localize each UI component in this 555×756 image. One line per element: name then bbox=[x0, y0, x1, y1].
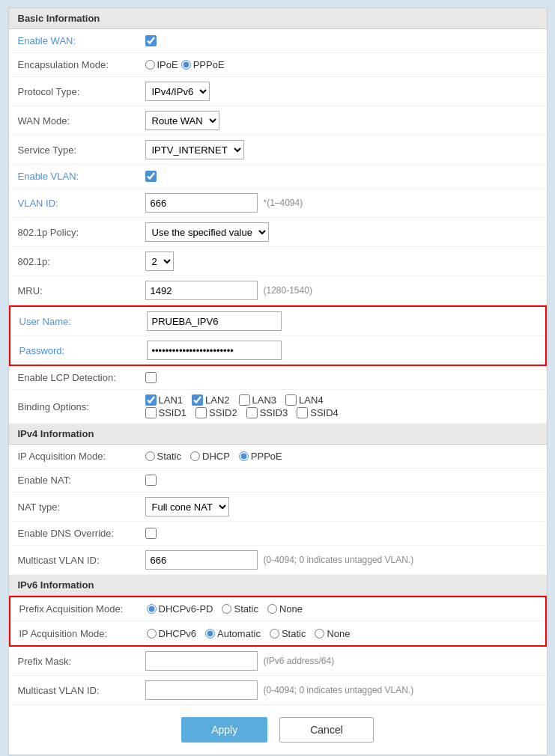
ssid3-checkbox[interactable] bbox=[246, 407, 258, 418]
nat-type-select[interactable]: Full cone NAT bbox=[145, 497, 229, 516]
enable-vlan-row: Enable VLAN: bbox=[9, 165, 547, 189]
ssid4-checkbox[interactable] bbox=[297, 407, 308, 418]
binding-row: Binding Options: LAN1 LAN2 LAN3 bbox=[9, 390, 547, 424]
ipv6-static-radio[interactable] bbox=[270, 629, 279, 638]
wan-mode-select[interactable]: Route WAN bbox=[145, 111, 219, 130]
username-label: User Name: bbox=[19, 316, 147, 327]
prefix-static-radio-item: Static bbox=[222, 603, 258, 615]
lan1-item: LAN1 bbox=[145, 394, 184, 406]
protocol-type-select[interactable]: IPv4/IPv6 bbox=[145, 82, 210, 101]
pppoe-ipacq-radio[interactable] bbox=[239, 451, 249, 461]
lan3-checkbox[interactable] bbox=[239, 394, 250, 406]
enable-wan-label: Enable WAN: bbox=[18, 35, 145, 46]
dhcp-radio[interactable] bbox=[190, 451, 200, 461]
ip-acquisition-control: Static DHCP PPPoE bbox=[145, 451, 538, 462]
multicast-vlan-row: Multicast VLAN ID: (0-4094; 0 indicates … bbox=[9, 546, 547, 575]
ssid3-item: SSID3 bbox=[246, 407, 288, 418]
multicast-vlan-label: Multicast VLAN ID: bbox=[18, 555, 145, 566]
ipv6-multicast-control: (0-4094; 0 indicates untagged VLAN.) bbox=[145, 680, 538, 700]
enable-nat-checkbox[interactable] bbox=[145, 475, 157, 486]
multicast-vlan-input[interactable] bbox=[145, 550, 258, 570]
lan4-item: LAN4 bbox=[285, 394, 324, 406]
dhcpv6pd-radio[interactable] bbox=[147, 604, 157, 614]
static-radio[interactable] bbox=[145, 451, 155, 461]
prefix-acquisition-control: DHCPv6-PD Static None bbox=[147, 603, 536, 615]
dhcpv6-radio-item: DHCPv6 bbox=[147, 628, 197, 639]
prefix-acquisition-label: Prefix Acquisition Mode: bbox=[19, 603, 147, 615]
enable-lcp-row: Enable LCP Detection: bbox=[9, 366, 547, 390]
service-type-row: Service Type: IPTV_INTERNET bbox=[9, 135, 547, 165]
enable-dns-control bbox=[145, 528, 538, 539]
vlan-id-hint: *(1–4094) bbox=[264, 198, 303, 208]
pppoe-radio-item: PPPoE bbox=[181, 59, 225, 70]
ipv6-none-label: None bbox=[327, 628, 350, 639]
ssid2-checkbox[interactable] bbox=[195, 407, 207, 418]
ipv6-highlight-box: Prefix Acquisition Mode: DHCPv6-PD Stati… bbox=[9, 596, 547, 647]
prefix-mask-hint: (IPv6 address/64) bbox=[264, 656, 335, 666]
username-input[interactable] bbox=[147, 311, 282, 331]
policy-8021p-select[interactable]: Use the specified value bbox=[145, 222, 269, 242]
enable-lcp-control bbox=[145, 372, 538, 383]
enable-wan-checkbox[interactable] bbox=[145, 35, 157, 46]
action-row: Apply Cancel bbox=[9, 705, 547, 755]
static-label: Static bbox=[157, 451, 182, 462]
enable-nat-control bbox=[145, 475, 538, 486]
mru-row: MRU: (1280-1540) bbox=[9, 276, 547, 305]
ssid4-label: SSID4 bbox=[310, 407, 339, 418]
field-8021p-select[interactable]: 2 bbox=[145, 252, 174, 271]
lan2-checkbox[interactable] bbox=[192, 394, 203, 406]
ip-acquisition-label: IP Acquisition Mode: bbox=[18, 451, 145, 462]
ssid1-checkbox[interactable] bbox=[145, 407, 157, 418]
prefix-mask-label: Prefix Mask: bbox=[18, 656, 145, 667]
nat-type-row: NAT type: Full cone NAT bbox=[9, 493, 547, 522]
dhcpv6pd-radio-item: DHCPv6-PD bbox=[147, 603, 213, 615]
enable-nat-row: Enable NAT: bbox=[9, 469, 547, 493]
enable-dns-checkbox[interactable] bbox=[145, 528, 157, 539]
binding-label: Binding Options: bbox=[18, 401, 145, 412]
pppoe-label: PPPoE bbox=[193, 59, 225, 70]
prefix-none-label: None bbox=[279, 603, 303, 615]
automatic-radio[interactable] bbox=[205, 629, 215, 638]
service-type-select[interactable]: IPTV_INTERNET bbox=[145, 140, 244, 159]
cancel-button[interactable]: Cancel bbox=[279, 717, 374, 743]
static-radio-item: Static bbox=[145, 451, 182, 462]
enable-vlan-checkbox[interactable] bbox=[145, 171, 157, 182]
prefix-none-radio[interactable] bbox=[267, 604, 277, 614]
lan1-label: LAN1 bbox=[159, 394, 184, 406]
credentials-highlight-box: User Name: Password: bbox=[9, 305, 547, 366]
prefix-static-label: Static bbox=[234, 603, 258, 615]
enable-vlan-label: Enable VLAN: bbox=[18, 171, 145, 182]
ip-acquisition-radio-group: Static DHCP PPPoE bbox=[145, 451, 282, 462]
ipv6-ip-acquisition-control: DHCPv6 Automatic Static None bbox=[147, 628, 536, 639]
lan4-checkbox[interactable] bbox=[285, 394, 297, 406]
binding-control: LAN1 LAN2 LAN3 LAN4 bbox=[145, 394, 538, 418]
dhcpv6-radio[interactable] bbox=[147, 629, 157, 638]
ipv6-ip-acquisition-label: IP Acquisition Mode: bbox=[19, 628, 147, 639]
enable-dns-label: Enable DNS Override: bbox=[18, 528, 145, 539]
prefix-mask-control: (IPv6 address/64) bbox=[145, 651, 538, 671]
mru-control: (1280-1540) bbox=[145, 281, 538, 300]
binding-options: LAN1 LAN2 LAN3 LAN4 bbox=[145, 394, 339, 418]
prefix-mask-row: Prefix Mask: (IPv6 address/64) bbox=[9, 647, 547, 676]
enable-lcp-checkbox[interactable] bbox=[145, 372, 157, 383]
field-8021p-label: 802.1p: bbox=[18, 256, 145, 267]
wan-mode-row: WAN Mode: Route WAN bbox=[9, 106, 547, 135]
ipoe-label: IPoE bbox=[157, 59, 178, 70]
pppoe-radio[interactable] bbox=[181, 60, 191, 70]
field-8021p-control: 2 bbox=[145, 252, 538, 271]
ipv4-info-header: IPv4 Information bbox=[9, 424, 547, 445]
lan1-checkbox[interactable] bbox=[145, 394, 157, 406]
policy-8021p-label: 802.1p Policy: bbox=[18, 227, 145, 238]
ipv6-multicast-input[interactable] bbox=[145, 680, 258, 700]
password-row: Password: bbox=[10, 336, 545, 365]
dhcp-label: DHCP bbox=[202, 451, 230, 462]
prefix-static-radio[interactable] bbox=[222, 604, 231, 614]
ipoe-radio[interactable] bbox=[145, 60, 155, 70]
ipv6-none-radio[interactable] bbox=[315, 629, 324, 638]
vlan-id-input[interactable] bbox=[145, 193, 258, 213]
prefix-mask-input[interactable] bbox=[145, 651, 258, 671]
vlan-id-label: VLAN ID: bbox=[18, 198, 145, 209]
apply-button[interactable]: Apply bbox=[181, 717, 267, 743]
mru-input[interactable] bbox=[145, 281, 258, 300]
password-input[interactable] bbox=[147, 341, 282, 360]
